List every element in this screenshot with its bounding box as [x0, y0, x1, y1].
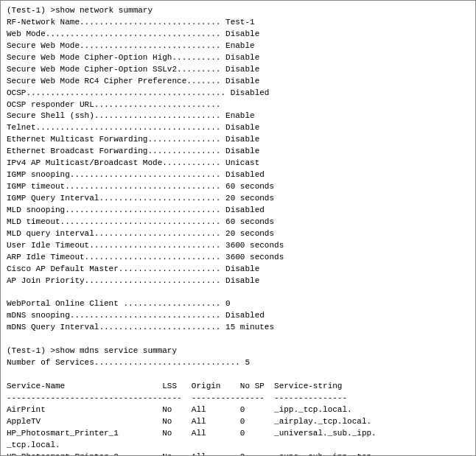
- terminal-line: [7, 334, 469, 345]
- terminal-line: RF-Network Name.........................…: [7, 17, 469, 29]
- terminal-line: Secure Web Mode RC4 Cipher Preference...…: [7, 76, 469, 88]
- terminal-line: IGMP snooping...........................…: [7, 169, 469, 181]
- terminal-line: Secure Web Mode Cipher-Option SSLv2.....…: [7, 64, 469, 76]
- terminal-line: IPv4 AP Multicast/Broadcast Mode........…: [7, 158, 469, 169]
- terminal-line: mDNS Query Interval.....................…: [7, 322, 469, 334]
- terminal-line: WebPortal Online Client ................…: [7, 298, 469, 310]
- terminal-line: AP Join Priority........................…: [7, 276, 469, 287]
- table-row: HP_Photosmart_Printer_1 No All 0 _univer…: [7, 428, 469, 440]
- terminal-line: MLD timeout.............................…: [7, 217, 469, 228]
- terminal-line: mDNS snooping...........................…: [7, 310, 469, 322]
- table-row: AirPrint No All 0 _ipp._tcp.local.: [7, 404, 469, 416]
- table-row: AppleTV No All 0 _airplay._tcp.local.: [7, 416, 469, 428]
- terminal-line: ARP Idle Timeout........................…: [7, 252, 469, 264]
- terminal-content: (Test-1) >show network summaryRF-Network…: [7, 5, 469, 456]
- terminal-line: User Idle Timeout.......................…: [7, 240, 469, 252]
- terminal-line: Secure Shell (ssh)......................…: [7, 111, 469, 122]
- terminal-line: MLD query interval......................…: [7, 228, 469, 240]
- terminal-line: Number of Services......................…: [7, 357, 469, 369]
- terminal-line: MLD snooping............................…: [7, 205, 469, 217]
- terminal-line: Cisco AP Default Master.................…: [7, 264, 469, 276]
- terminal-line: OCSP responder URL......................…: [7, 99, 469, 111]
- terminal-line: (Test-1) >show network summary: [7, 5, 469, 17]
- terminal-line: [7, 369, 469, 381]
- terminal-line: IGMP timeout............................…: [7, 181, 469, 193]
- table-separator-row: ------------------------------------ ---…: [7, 393, 469, 404]
- terminal-line: [7, 287, 469, 299]
- terminal-line: Secure Web Mode.........................…: [7, 41, 469, 52]
- output-lines: (Test-1) >show network summaryRF-Network…: [7, 5, 469, 381]
- terminal-line: Telnet..................................…: [7, 122, 469, 134]
- terminal-line: Secure Web Mode Cipher-Option High......…: [7, 52, 469, 64]
- terminal-line: OCSP....................................…: [7, 88, 469, 99]
- table-row: _tcp.local.: [7, 440, 469, 452]
- table-row: HP_Photosmart_Printer_2 No All 0 _cups._…: [7, 452, 469, 456]
- terminal-line: Ethernet Broadcast Forwarding...........…: [7, 146, 469, 158]
- service-table-container: Service-Name LSS Origin No SP Service-st…: [7, 381, 469, 456]
- terminal-line: Ethernet Multicast Forwarding...........…: [7, 134, 469, 146]
- terminal-window: (Test-1) >show network summaryRF-Network…: [0, 0, 476, 456]
- table-header-row: Service-Name LSS Origin No SP Service-st…: [7, 381, 469, 393]
- terminal-line: Web Mode................................…: [7, 29, 469, 41]
- terminal-line: IGMP Query Interval.....................…: [7, 193, 469, 205]
- terminal-line: (Test-1) >show mdns service summary: [7, 345, 469, 357]
